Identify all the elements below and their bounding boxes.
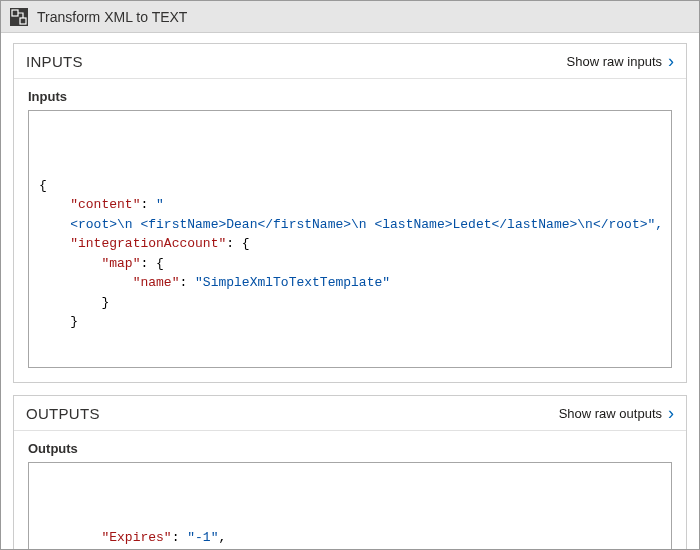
show-raw-inputs-label: Show raw inputs <box>567 54 662 69</box>
code-str: "-1" <box>187 530 218 545</box>
show-raw-outputs-label: Show raw outputs <box>559 406 662 421</box>
svg-rect-0 <box>10 8 28 26</box>
inputs-panel-head: INPUTS Show raw inputs › <box>14 44 686 79</box>
code-key: "integrationAccount" <box>70 236 226 251</box>
code-punct: : <box>179 275 195 290</box>
code-key: "name" <box>133 275 180 290</box>
code-punct: : <box>172 530 188 545</box>
code-line: } <box>39 295 109 310</box>
code-str: <root>\n <firstName>Dean</firstName>\n <… <box>70 217 663 232</box>
code-line: } <box>39 314 78 328</box>
code-punct: , <box>218 530 226 545</box>
inputs-sublabel: Inputs <box>28 89 672 104</box>
code-key: "map" <box>101 256 140 271</box>
inputs-panel: INPUTS Show raw inputs › Inputs { "conte… <box>13 43 687 383</box>
outputs-panel-body: Outputs "Expires": "-1", "Content-Length… <box>14 431 686 550</box>
code-punct: : <box>140 197 156 212</box>
panels-container: INPUTS Show raw inputs › Inputs { "conte… <box>1 33 699 550</box>
code-punct: : { <box>140 256 163 271</box>
outputs-panel-title: OUTPUTS <box>26 405 100 422</box>
code-key: "Expires" <box>101 530 171 545</box>
inputs-codebox: { "content": " <root>\n <firstName>Dean<… <box>28 110 672 368</box>
outputs-code-scroll[interactable]: "Expires": "-1", "Content-Length": "10" … <box>29 502 671 550</box>
window-header: Transform XML to TEXT <box>1 1 699 33</box>
outputs-codebox: "Expires": "-1", "Content-Length": "10" … <box>28 462 672 550</box>
code-punct: : { <box>226 236 249 251</box>
chevron-right-icon: › <box>668 404 674 422</box>
code-str: "SimpleXmlToTextTemplate" <box>195 275 390 290</box>
code-key: "content" <box>70 197 140 212</box>
inputs-code-scroll[interactable]: { "content": " <root>\n <firstName>Dean<… <box>29 150 671 328</box>
chevron-right-icon: › <box>668 52 674 70</box>
transform-icon <box>9 7 29 27</box>
inputs-panel-body: Inputs { "content": " <root>\n <firstNam… <box>14 79 686 382</box>
show-raw-inputs-button[interactable]: Show raw inputs › <box>567 52 674 70</box>
code-str: " <box>156 197 164 212</box>
show-raw-outputs-button[interactable]: Show raw outputs › <box>559 404 674 422</box>
outputs-panel-head: OUTPUTS Show raw outputs › <box>14 396 686 431</box>
window-title: Transform XML to TEXT <box>37 9 187 25</box>
outputs-sublabel: Outputs <box>28 441 672 456</box>
code-line: { <box>39 178 47 193</box>
outputs-panel: OUTPUTS Show raw outputs › Outputs "Expi… <box>13 395 687 550</box>
inputs-panel-title: INPUTS <box>26 53 83 70</box>
